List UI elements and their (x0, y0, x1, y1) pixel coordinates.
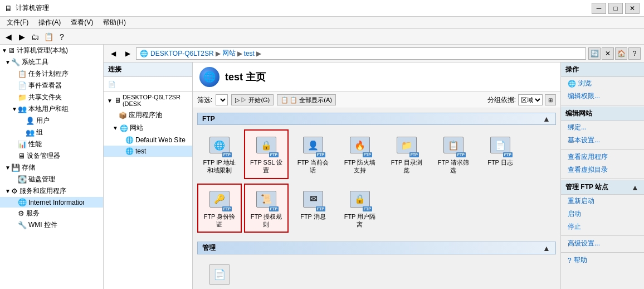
menu-view[interactable]: 查看(V) (66, 17, 97, 28)
divider-5 (561, 252, 644, 253)
start-button[interactable]: ▷ ▷ 开始(G) (231, 94, 274, 105)
expand-icon: ▼ (4, 188, 11, 195)
tree-item-local-users[interactable]: ▼ 👥 本地用户和组 (0, 103, 103, 115)
tree-item-storage[interactable]: ▼ 💾 存储 (0, 162, 103, 174)
menu-action[interactable]: 操作(A) (34, 17, 65, 28)
tree-item-performance[interactable]: ▷ 📊 性能 (0, 138, 103, 150)
config-editor-icon[interactable]: 📄 配置编辑器 (197, 259, 242, 289)
ftp-isolation-icon[interactable]: 🔒 FTP FTP 用户隔离 (338, 184, 382, 233)
menu-file[interactable]: 文件(F) (2, 17, 33, 28)
edit-site-title: 编辑网站 (561, 107, 644, 121)
view-virtual-dirs-button[interactable]: 查看虚拟目录 (561, 163, 644, 176)
tree-item-system-tools[interactable]: ▼ 🔧 系统工具 (0, 56, 103, 68)
expand-icon: ▼ (4, 165, 11, 171)
ftp-log-icon[interactable]: 📄 FTP FTP 日志 (478, 129, 523, 179)
operations-title: 操作 (561, 62, 644, 77)
ftp-ip-icon[interactable]: 🌐 FTP FTP IP 地址和域限制 (197, 129, 242, 179)
mgmt-collapse-button[interactable]: ▲ (542, 244, 551, 253)
minimize-button[interactable]: ─ (592, 3, 606, 14)
disk-icon: 💽 (18, 175, 27, 184)
tree-item-users[interactable]: ▷ 👤 用户 (0, 115, 103, 127)
iis-tree-test-site[interactable]: ▷ 🌐 test (104, 146, 192, 157)
ftp-mgmt-collapse[interactable]: ▲ (631, 183, 640, 192)
show-all-button[interactable]: 📋 📋 全部显示(A) (277, 94, 336, 105)
show-hide-button[interactable]: 📋 (42, 31, 55, 43)
tree-item-services[interactable]: ▷ ⚙ 服务 (0, 208, 103, 219)
up-button[interactable]: 🗂 (29, 31, 41, 43)
tree-item-wmi[interactable]: ▷ 🔧 WMI 控件 (0, 219, 103, 231)
iis-tree-server[interactable]: ▼ 🖥 DESKTOP-Q6LT2SR (DESK (104, 92, 192, 109)
breadcrumb-test[interactable]: test (244, 50, 255, 57)
tree-item-services-apps[interactable]: ▼ ⚙ 服务和应用程序 (0, 185, 103, 197)
browse-button[interactable]: 🌐 浏览 (561, 77, 644, 90)
filter-select[interactable] (216, 94, 228, 105)
home-button[interactable]: 🏠 (615, 47, 627, 60)
view-apps-button[interactable]: 查看应用程序 (561, 151, 644, 163)
help-button[interactable]: ? 帮助 (561, 254, 644, 267)
filter-bar: 筛选: ▷ ▷ 开始(G) 📋 📋 全部显示(A) 分组依据: 区域 (193, 92, 560, 108)
tree-item-iis[interactable]: ▷ 🌐 Internet Information S (0, 197, 103, 208)
start-ftp-button[interactable]: 启动 (561, 208, 644, 220)
iis-page-title: test 主页 (225, 70, 266, 84)
ftp-firewall-image: 🔥 FTP (349, 134, 371, 156)
restart-button[interactable]: 重新启动 (561, 195, 644, 208)
breadcrumb-sites[interactable]: 网站 (222, 49, 236, 58)
tree-label: 共享文件夹 (28, 93, 62, 102)
tree-item-event-viewer[interactable]: ▷ 📄 事件查看器 (0, 80, 103, 91)
groups-icon: 👥 (26, 128, 35, 137)
view-mode-button[interactable]: ⊞ (545, 94, 556, 105)
divider-2 (561, 149, 644, 150)
tree-item-device-mgr[interactable]: ▷ 🖥 设备管理器 (0, 150, 103, 162)
stop-ftp-button[interactable]: 停止 (561, 220, 644, 233)
tree-item-disk-mgmt[interactable]: ▷ 💽 磁盘管理 (0, 174, 103, 185)
iis-tree-default-site[interactable]: ▷ 🌐 Default Web Site (104, 134, 192, 146)
iis-nav-toolbar-btn[interactable]: 📄 (106, 78, 118, 90)
edit-permissions-button[interactable]: 编辑权限... (561, 90, 644, 103)
ftp-log-image: 📄 FTP (489, 134, 511, 156)
user-icon: 👤 (26, 117, 35, 125)
users-icon: 👥 (18, 105, 27, 113)
expand-icon: ▼ (1, 47, 8, 54)
forward-button[interactable]: ▶ (16, 31, 28, 43)
close-button[interactable]: ✕ (625, 3, 640, 14)
ftp-request-icon[interactable]: 📋 FTP FTP 请求筛选 (431, 129, 476, 179)
forward-nav-button[interactable]: ▶ (121, 47, 134, 60)
ftp-ssl-image: 🔒 FTP (255, 134, 277, 156)
iis-tree-sites[interactable]: ▼ 🌐 网站 (104, 122, 192, 134)
globe-addr-icon: 🌐 (140, 50, 148, 57)
ftp-isolation-label: FTP 用户隔离 (344, 213, 376, 229)
ftp-auth-rules-icon[interactable]: 📜 FTP FTP 授权规则 (244, 184, 289, 233)
help-addr-button[interactable]: ? (628, 47, 641, 60)
ftp-message-icon[interactable]: ✉ FTP FTP 消息 (291, 184, 335, 233)
help-toolbar-button[interactable]: ? (56, 31, 68, 43)
ftp-collapse-button[interactable]: ▲ (542, 114, 551, 123)
action-section-advanced: 高级设置... (561, 237, 644, 250)
back-nav-button[interactable]: ◀ (107, 47, 119, 60)
advanced-settings-button[interactable]: 高级设置... (561, 237, 644, 250)
ftp-isolation-image: 🔒 FTP (349, 188, 371, 210)
breadcrumb: DESKTOP-Q6LT2SR ▶ 网站 ▶ test ▶ (150, 49, 261, 58)
refresh-button[interactable]: 🔄 (588, 47, 601, 60)
tree-item-shared-folders[interactable]: ▷ 📁 共享文件夹 (0, 91, 103, 103)
group-by-select[interactable]: 区域 (518, 94, 543, 105)
ftp-firewall-icon[interactable]: 🔥 FTP FTP 防火墙支持 (338, 129, 382, 179)
ftp-session-icon[interactable]: 👤 FTP FTP 当前会话 (291, 129, 335, 179)
maximize-button[interactable]: □ (608, 3, 623, 14)
menu-help[interactable]: 帮助(H) (99, 17, 130, 28)
tree-item-computer-management[interactable]: ▼ 🖥 计算机管理(本地) (0, 45, 103, 56)
ftp-directory-icon[interactable]: 📁 FTP FTP 目录浏览 (384, 129, 429, 179)
ftp-mgmt-title: 管理 FTP 站点 ▲ (561, 180, 644, 195)
iis-tree-apppools[interactable]: ▷ 📦 应用程序池 (104, 109, 192, 122)
back-button[interactable]: ◀ (2, 31, 14, 43)
tree-item-groups[interactable]: ▷ 👥 组 (0, 127, 103, 138)
test-site-label: test (135, 147, 146, 155)
ftp-ssl-icon[interactable]: 🔒 FTP FTP SSL 设置 (244, 129, 289, 179)
menubar: 文件(F) 操作(A) 查看(V) 帮助(H) (0, 17, 644, 29)
basic-settings-button[interactable]: 基本设置... (561, 134, 644, 147)
tree-item-task-scheduler[interactable]: ▷ 📋 任务计划程序 (0, 68, 103, 80)
ftp-auth-icon[interactable]: 🔑 FTP FTP 身份验证 (197, 184, 242, 233)
binding-button[interactable]: 绑定... (561, 121, 644, 134)
stop-button[interactable]: ✕ (602, 47, 614, 60)
breadcrumb-server[interactable]: DESKTOP-Q6LT2SR (150, 50, 214, 57)
storage-icon: 💾 (11, 163, 20, 172)
